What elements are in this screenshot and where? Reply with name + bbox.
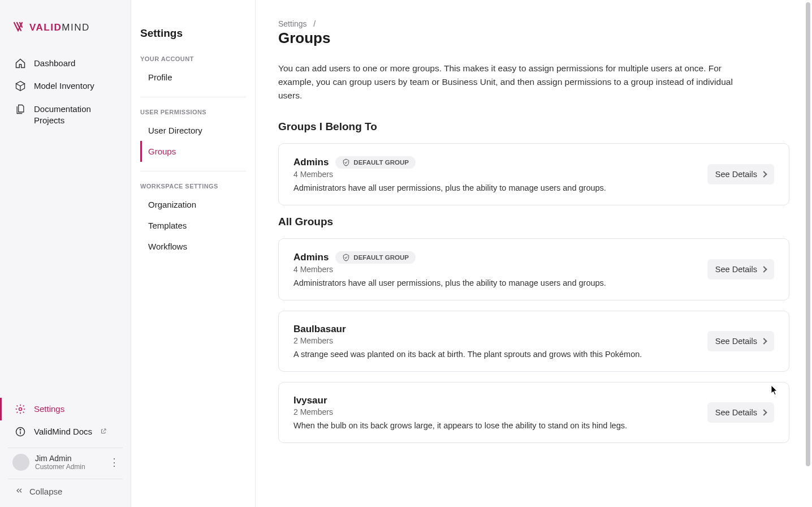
see-details-button[interactable]: See Details [707,164,774,184]
group-member-count: 2 Members [293,336,696,345]
svg-point-4 [20,429,21,430]
nav-documentation-projects-label: Documentation Projects [34,104,116,127]
chevron-right-icon [761,409,767,415]
section-your-account-label: YOUR ACCOUNT [140,55,246,62]
see-details-label: See Details [715,265,757,274]
validmind-logo-icon: VALIDMIND [14,19,98,34]
see-details-label: See Details [715,337,757,346]
default-group-badge-label: DEFAULT GROUP [353,159,409,166]
external-link-icon [100,427,107,436]
settings-item-groups[interactable]: Groups [140,141,246,162]
gear-icon [15,403,26,415]
user-name: Jim Admin [35,454,103,463]
settings-item-workflows[interactable]: Workflows [140,236,246,257]
main-content: Settings / Groups You can add users to o… [256,0,812,507]
settings-panel-title: Settings [140,27,246,40]
group-card: Admins DEFAULT GROUP 4 Members Administr… [278,238,789,300]
breadcrumb: Settings / [278,19,789,28]
divider [140,171,246,171]
see-details-button[interactable]: See Details [707,259,774,280]
group-description: When the bulb on its back grows large, i… [293,421,696,430]
breadcrumb-separator: / [313,19,316,28]
page-intro: You can add users to one or more groups.… [278,62,759,102]
section-user-permissions-label: USER PERMISSIONS [140,109,246,115]
user-menu-kebab-icon[interactable]: ⋮ [109,461,118,463]
group-member-count: 4 Members [293,265,696,274]
default-group-badge: DEFAULT GROUP [335,251,416,264]
user-block: Jim Admin Customer Admin ⋮ [8,448,123,476]
brand-logo: VALIDMIND [14,19,117,36]
group-member-count: 2 Members [293,407,696,416]
primary-sidebar: VALIDMIND Dashboard Model Inventory [0,0,131,507]
breadcrumb-parent[interactable]: Settings [278,19,307,28]
group-member-count: 4 Members [293,170,696,179]
see-details-label: See Details [715,170,757,179]
nav-model-inventory[interactable]: Model Inventory [8,75,123,97]
page-title: Groups [278,29,789,47]
default-group-badge-label: DEFAULT GROUP [353,254,409,261]
cube-icon [15,80,26,92]
group-description: A strange seed was planted on its back a… [293,350,696,359]
group-name: Admins [293,252,329,263]
scrollbar-thumb[interactable] [806,2,810,466]
settings-sidebar: Settings YOUR ACCOUNT Profile USER PERMI… [131,0,256,507]
settings-item-organization[interactable]: Organization [140,194,246,215]
settings-item-user-directory[interactable]: User Directory [140,120,246,141]
see-details-button[interactable]: See Details [707,331,774,351]
svg-text:VALIDMIND: VALIDMIND [29,22,90,33]
settings-item-profile[interactable]: Profile [140,67,246,88]
chevron-right-icon [761,266,767,272]
svg-point-1 [19,407,22,410]
group-name: Admins [293,157,329,168]
see-details-button[interactable]: See Details [707,402,774,423]
group-description: Administrators have all user permissions… [293,183,696,192]
see-details-label: See Details [715,408,757,417]
chevron-right-icon [761,171,767,177]
group-card: Baulbasaur 2 Members A strange seed was … [278,311,789,372]
section-all-groups-title: All Groups [278,216,789,228]
default-group-badge: DEFAULT GROUP [335,156,416,169]
shield-check-icon [342,158,350,166]
group-description: Administrators have all user permissions… [293,278,696,287]
nav-settings[interactable]: Settings [0,398,123,420]
divider [140,97,246,97]
section-my-groups-title: Groups I Belong To [278,121,789,133]
home-icon [15,58,26,69]
group-card: Ivysaur 2 Members When the bulb on its b… [278,382,789,443]
nav-settings-label: Settings [34,403,64,415]
scrollbar-track[interactable] [804,0,812,507]
shield-check-icon [342,254,350,261]
chevron-right-icon [761,338,767,344]
nav-dashboard[interactable]: Dashboard [8,52,123,75]
group-card: Admins DEFAULT GROUP 4 Members Administr… [278,143,789,205]
avatar [12,454,29,471]
user-role: Customer Admin [35,463,103,471]
nav-validmind-docs[interactable]: ValidMind Docs [8,420,123,443]
collapse-label: Collapse [29,487,62,496]
nav-validmind-docs-label: ValidMind Docs [34,426,92,437]
documents-icon [15,104,26,115]
nav-documentation-projects[interactable]: Documentation Projects [8,98,123,132]
nav-model-inventory-label: Model Inventory [34,80,94,92]
chevrons-left-icon [15,486,24,497]
nav-dashboard-label: Dashboard [34,58,75,69]
section-workspace-settings-label: WORKSPACE SETTINGS [140,183,246,190]
group-name: Baulbasaur [293,324,346,335]
group-name: Ivysaur [293,395,327,406]
settings-item-templates[interactable]: Templates [140,215,246,236]
collapse-sidebar-button[interactable]: Collapse [8,479,123,499]
info-icon [15,426,26,437]
